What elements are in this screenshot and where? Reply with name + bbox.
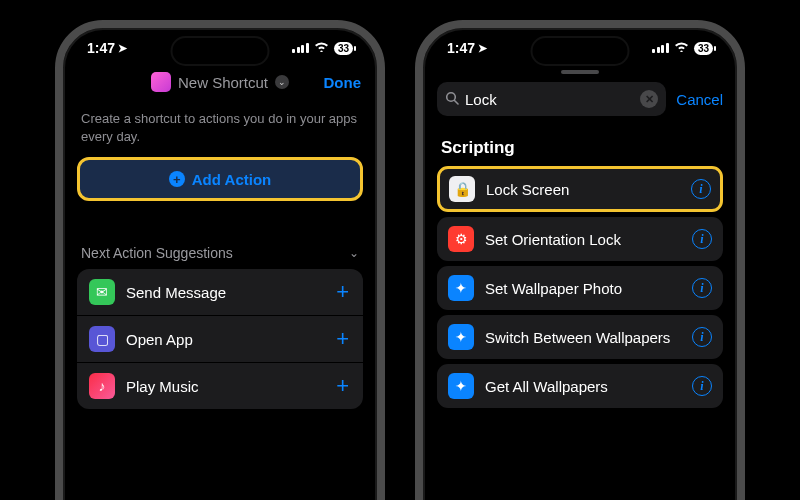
suggestion-label: Play Music [126, 378, 325, 395]
subtitle-text: Create a shortcut to actions you do in y… [63, 104, 377, 157]
info-icon[interactable]: i [692, 376, 712, 396]
actions-list: 🔒 Lock Screen i ⚙ Set Orientation Lock i… [437, 166, 723, 408]
add-action-label: Add Action [192, 171, 271, 188]
info-icon[interactable]: i [692, 278, 712, 298]
wallpaper-icon: ✦ [448, 275, 474, 301]
shortcut-title-button[interactable]: New Shortcut ⌄ [151, 72, 289, 92]
messages-icon: ✉ [89, 279, 115, 305]
wifi-icon [314, 41, 329, 55]
location-icon: ➤ [118, 42, 127, 55]
search-input[interactable]: Lock ✕ [437, 82, 666, 116]
suggestions-header-label: Next Action Suggestions [81, 245, 233, 261]
action-label: Get All Wallpapers [485, 378, 681, 395]
sheet-grabber[interactable] [561, 70, 599, 74]
app-icon: ▢ [89, 326, 115, 352]
suggestions-list: ✉ Send Message + ▢ Open App + ♪ Play Mus… [77, 269, 363, 409]
wifi-icon [674, 41, 689, 55]
signal-icon [652, 43, 669, 53]
dynamic-island [533, 38, 628, 64]
lock-icon: 🔒 [449, 176, 475, 202]
suggestion-play-music[interactable]: ♪ Play Music + [77, 363, 363, 409]
suggestion-label: Open App [126, 331, 325, 348]
nav-bar: New Shortcut ⌄ Done [63, 60, 377, 104]
phone-left: 1:47 ➤ 33 New Shortcut ⌄ Done Create a s… [55, 20, 385, 500]
action-set-wallpaper-photo[interactable]: ✦ Set Wallpaper Photo i [437, 266, 723, 310]
suggestions-header[interactable]: Next Action Suggestions ⌄ [63, 201, 377, 269]
status-time: 1:47 [447, 40, 475, 56]
shortcut-title: New Shortcut [178, 74, 268, 91]
add-action-button[interactable]: + Add Action [77, 157, 363, 201]
chevron-down-icon: ⌄ [349, 246, 359, 260]
search-value: Lock [465, 91, 634, 108]
phone-right: 1:47 ➤ 33 Lock ✕ Cancel Scripting 🔒 Lock… [415, 20, 745, 500]
dynamic-island [173, 38, 268, 64]
chevron-down-icon: ⌄ [275, 75, 289, 89]
plus-icon[interactable]: + [336, 373, 351, 399]
search-row: Lock ✕ Cancel [423, 82, 737, 124]
battery-icon: 33 [694, 42, 713, 55]
suggestion-label: Send Message [126, 284, 325, 301]
action-switch-wallpapers[interactable]: ✦ Switch Between Wallpapers i [437, 315, 723, 359]
info-icon[interactable]: i [692, 229, 712, 249]
action-label: Set Wallpaper Photo [485, 280, 681, 297]
suggestion-open-app[interactable]: ▢ Open App + [77, 316, 363, 363]
wallpaper-icon: ✦ [448, 373, 474, 399]
cancel-button[interactable]: Cancel [676, 91, 723, 108]
signal-icon [292, 43, 309, 53]
shortcut-icon [151, 72, 171, 92]
action-set-orientation-lock[interactable]: ⚙ Set Orientation Lock i [437, 217, 723, 261]
battery-icon: 33 [334, 42, 353, 55]
music-icon: ♪ [89, 373, 115, 399]
plus-icon[interactable]: + [336, 326, 351, 352]
gear-icon: ⚙ [448, 226, 474, 252]
done-button[interactable]: Done [324, 74, 362, 91]
svg-line-1 [455, 100, 459, 104]
clear-icon[interactable]: ✕ [640, 90, 658, 108]
suggestion-send-message[interactable]: ✉ Send Message + [77, 269, 363, 316]
action-lock-screen[interactable]: 🔒 Lock Screen i [437, 166, 723, 212]
wallpaper-icon: ✦ [448, 324, 474, 350]
location-icon: ➤ [478, 42, 487, 55]
plus-icon[interactable]: + [336, 279, 351, 305]
info-icon[interactable]: i [692, 327, 712, 347]
plus-circle-icon: + [169, 171, 185, 187]
action-get-all-wallpapers[interactable]: ✦ Get All Wallpapers i [437, 364, 723, 408]
status-time: 1:47 [87, 40, 115, 56]
action-label: Lock Screen [486, 181, 680, 198]
search-icon [445, 91, 459, 108]
action-label: Switch Between Wallpapers [485, 329, 681, 346]
section-title: Scripting [423, 124, 737, 166]
action-label: Set Orientation Lock [485, 231, 681, 248]
info-icon[interactable]: i [691, 179, 711, 199]
